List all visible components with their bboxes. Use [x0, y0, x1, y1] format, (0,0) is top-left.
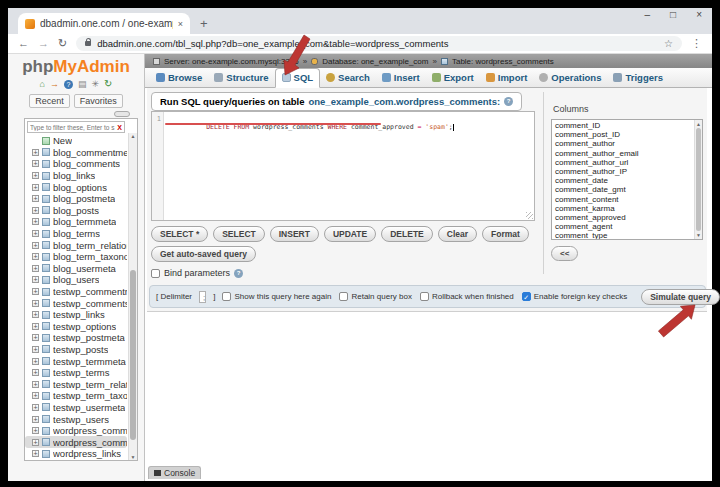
expand-icon[interactable] — [32, 218, 39, 225]
query-title-table[interactable]: one_example_com.wordpress_comments: — [308, 96, 500, 107]
column-option[interactable]: comment_author_url — [552, 158, 693, 167]
scroll-down-icon[interactable]: ▼ — [695, 232, 702, 238]
pma-tab[interactable]: Search — [320, 69, 376, 87]
panel-collapse-handle[interactable] — [114, 111, 130, 117]
column-option[interactable]: comment_agent — [552, 222, 693, 231]
sql-editor[interactable]: 1 DELETE FROM wordpress_comments WHERE c… — [151, 111, 535, 221]
expand-icon[interactable] — [32, 207, 39, 214]
tree-item[interactable]: testwp_term_relationships — [25, 378, 127, 390]
tree-item[interactable]: testwp_terms — [25, 367, 127, 379]
expand-icon[interactable] — [32, 242, 39, 249]
expand-icon[interactable] — [32, 404, 39, 411]
tree-item[interactable]: testwp_term_taxonomy — [25, 390, 127, 402]
column-option[interactable]: comment_type — [552, 231, 693, 239]
expand-icon[interactable] — [32, 346, 39, 353]
browser-tab[interactable]: dbadmin.one.com / one-exampl × — [18, 13, 190, 34]
checkbox[interactable]: ✓ — [420, 292, 429, 301]
pma-tab[interactable]: Export — [426, 69, 480, 87]
expand-icon[interactable] — [32, 149, 39, 156]
tree-item[interactable]: testwp_comments — [25, 297, 127, 309]
expand-icon[interactable] — [32, 369, 39, 376]
bookmark-star-icon[interactable]: ☆ — [664, 38, 673, 49]
pma-tab[interactable]: Insert — [376, 69, 426, 87]
tree-item[interactable]: testwp_users — [25, 413, 127, 425]
pma-tab[interactable]: Browse — [150, 69, 208, 87]
favorites-button[interactable]: Favorites — [74, 94, 123, 108]
tree-item[interactable]: blog_comments — [25, 158, 127, 170]
breadcrumb-table[interactable]: Table: wordpress_comments — [452, 57, 554, 66]
expand-icon[interactable] — [32, 300, 39, 307]
scrollbar-thumb[interactable] — [130, 270, 136, 440]
tree-item[interactable]: New — [25, 135, 127, 147]
expand-icon[interactable] — [32, 276, 39, 283]
window-close-icon[interactable]: × — [696, 9, 702, 20]
expand-icon[interactable] — [32, 323, 39, 330]
query-helper-button[interactable]: DELETE — [381, 226, 433, 242]
expand-icon[interactable] — [32, 427, 39, 434]
tree-item[interactable]: blog_options — [25, 181, 127, 193]
column-option[interactable]: comment_author — [552, 139, 693, 148]
tree-item[interactable]: blog_users — [25, 274, 127, 286]
query-helper-button[interactable]: Format — [482, 226, 529, 242]
tree-item[interactable]: wordpress_comments — [25, 436, 127, 448]
tree-item[interactable]: testwp_postmeta — [25, 332, 127, 344]
tree-item[interactable]: testwp_options — [25, 321, 127, 333]
expand-icon[interactable] — [32, 160, 39, 167]
tree-item[interactable]: testwp_commentmeta — [25, 286, 127, 298]
scroll-up-icon[interactable]: ▲ — [129, 133, 137, 139]
expand-icon[interactable] — [32, 358, 39, 365]
tree-item[interactable]: blog_posts — [25, 205, 127, 217]
window-minimize-icon[interactable]: – — [645, 9, 651, 20]
scroll-up-icon[interactable]: ▲ — [695, 121, 702, 127]
column-option[interactable]: comment_ID — [552, 121, 693, 130]
tree-filter-input[interactable] — [28, 124, 117, 131]
browser-menu-icon[interactable]: ⋮ — [691, 37, 702, 50]
pma-tab[interactable]: Triggers — [607, 69, 669, 87]
sidebar-quick-icon[interactable]: ↻ — [104, 79, 112, 89]
column-option[interactable]: comment_date_gmt — [552, 185, 693, 194]
expand-icon[interactable] — [32, 311, 39, 318]
expand-icon[interactable] — [32, 195, 39, 202]
columns-collapse-button[interactable]: << — [551, 246, 578, 261]
help-icon[interactable]: ? — [234, 269, 243, 278]
resize-handle-icon[interactable] — [526, 212, 533, 219]
query-helper-button[interactable]: SELECT — [213, 226, 265, 242]
tree-item[interactable]: blog_term_taxonomy — [25, 251, 127, 263]
query-helper-button[interactable]: INSERT — [270, 226, 319, 242]
breadcrumb-database[interactable]: Database: one_example_com — [322, 57, 428, 66]
console-tab[interactable]: Console — [148, 466, 201, 479]
delimiter-input[interactable]: ; — [199, 291, 206, 303]
query-helper-button[interactable]: Clear — [438, 226, 477, 242]
forward-icon[interactable]: → — [38, 38, 49, 49]
checkbox[interactable]: ✓ — [222, 292, 231, 301]
sidebar-quick-icon[interactable]: ⌂ — [40, 80, 45, 89]
bind-parameters-checkbox[interactable]: ✓ — [151, 269, 160, 278]
pma-tab[interactable]: Structure — [208, 69, 274, 87]
column-option[interactable]: comment_approved — [552, 213, 693, 222]
scroll-down-icon[interactable]: ▼ — [129, 454, 137, 460]
sidebar-quick-icon[interactable]: → — [50, 80, 59, 89]
sidebar-quick-icon[interactable]: ▤ — [78, 80, 87, 89]
expand-icon[interactable] — [32, 381, 39, 388]
tree-item[interactable]: blog_term_relationships — [25, 239, 127, 251]
tree-item[interactable]: testwp_posts — [25, 344, 127, 356]
expand-icon[interactable] — [32, 392, 39, 399]
sidebar-quick-icon[interactable]: ? — [64, 80, 73, 89]
query-helper-button[interactable]: SELECT * — [151, 226, 208, 242]
column-option[interactable]: comment_karma — [552, 204, 693, 213]
checkbox[interactable]: ✓ — [339, 292, 348, 301]
columns-scrollbar[interactable]: ▲ ▼ — [694, 120, 702, 239]
tree-item[interactable]: wordpress_commentmeta — [25, 425, 127, 437]
column-option[interactable]: comment_date — [552, 176, 693, 185]
tree-item[interactable]: testwp_links — [25, 309, 127, 321]
recent-button[interactable]: Recent — [29, 94, 70, 108]
tree-item[interactable]: blog_commentmeta — [25, 147, 127, 159]
tree-item[interactable]: wordpress_links — [25, 448, 127, 460]
expand-icon[interactable] — [32, 334, 39, 341]
tree-item[interactable]: blog_terms — [25, 228, 127, 240]
column-option[interactable]: comment_author_email — [552, 149, 693, 158]
tree-item[interactable]: blog_usermeta — [25, 263, 127, 275]
expand-icon[interactable] — [32, 253, 39, 260]
help-icon[interactable]: ? — [504, 97, 513, 106]
autosave-query-button[interactable]: Get auto-saved query — [151, 246, 256, 262]
